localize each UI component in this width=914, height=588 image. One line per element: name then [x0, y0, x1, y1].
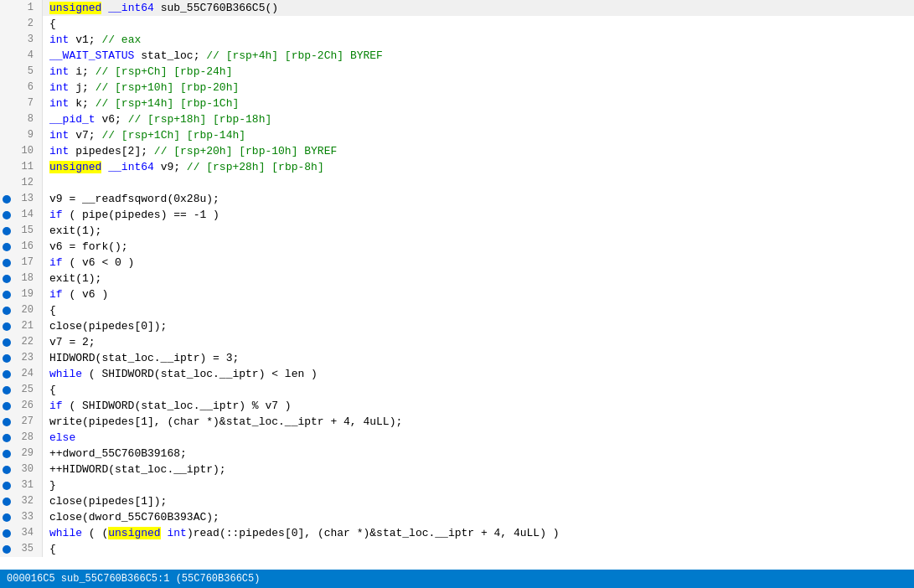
token-plain: pipedes[2];	[69, 145, 153, 157]
line-gutter: 16	[0, 239, 43, 255]
line-content: int j; // [rsp+10h] [rbp-20h]	[43, 80, 914, 95]
line-number: 5	[13, 64, 37, 80]
breakpoint-indicator[interactable]	[0, 243, 13, 251]
line: 4 __WAIT_STATUS stat_loc; // [rsp+4h] [r…	[0, 48, 914, 64]
token-plain: v9;	[154, 161, 187, 173]
line: 29 ++dword_55C760B39168;	[0, 446, 914, 462]
breakpoint-dot	[3, 307, 11, 315]
breakpoint-indicator[interactable]	[0, 259, 13, 267]
line: 21 close(pipedes[0]);	[0, 318, 914, 334]
line: 24 while ( SHIDWORD(stat_loc.__iptr) < l…	[0, 366, 914, 382]
breakpoint-indicator[interactable]	[0, 482, 13, 490]
token-highlight-yellow: unsigned	[108, 527, 160, 539]
line-content: int i; // [rsp+Ch] [rbp-24h]	[43, 64, 914, 80]
breakpoint-dot	[3, 195, 11, 204]
line: 16 v6 = fork();	[0, 239, 914, 255]
breakpoint-indicator[interactable]	[0, 195, 13, 204]
token-kw: int	[49, 145, 69, 157]
token-plain: }	[49, 479, 56, 492]
token-plain: ( (	[82, 527, 108, 539]
token-plain: ( v6 < 0 )	[63, 256, 135, 269]
breakpoint-indicator[interactable]	[0, 402, 13, 410]
code-editor: 1unsigned __int64 sub_55C760B366C5()2{3 …	[0, 0, 914, 588]
line: 2{	[0, 16, 914, 32]
breakpoint-indicator[interactable]	[0, 227, 13, 235]
breakpoint-indicator[interactable]	[0, 450, 13, 458]
line-number: 21	[13, 318, 37, 334]
token-kw: if	[49, 209, 63, 221]
line-number: 32	[13, 493, 37, 509]
line-content: {	[43, 382, 914, 398]
line-number: 28	[13, 430, 37, 446]
line-number: 23	[13, 350, 37, 366]
line-content: close(dword_55C760B393AC);	[43, 509, 914, 525]
token-plain: ++dword_55C760B39168;	[49, 447, 187, 460]
breakpoint-indicator[interactable]	[0, 354, 13, 363]
line-number: 3	[13, 32, 37, 48]
line-number: 17	[13, 255, 37, 271]
breakpoint-dot	[3, 529, 11, 538]
line: 33 close(dword_55C760B393AC);	[0, 509, 914, 525]
line-gutter: 33	[0, 509, 43, 525]
breakpoint-indicator[interactable]	[0, 370, 13, 379]
line: 25 {	[0, 382, 914, 398]
breakpoint-indicator[interactable]	[0, 322, 13, 331]
line-content: write(pipedes[1], (char *)&stat_loc.__ip…	[43, 414, 914, 430]
breakpoint-indicator[interactable]	[0, 434, 13, 442]
breakpoint-indicator[interactable]	[0, 307, 13, 315]
line-gutter: 10	[0, 143, 43, 159]
token-kw: if	[49, 288, 63, 301]
line: 1unsigned __int64 sub_55C760B366C5()	[0, 0, 914, 16]
line-content: v7 = 2;	[43, 334, 914, 350]
line: 11 unsigned __int64 v9; // [rsp+28h] [rb…	[0, 159, 914, 175]
line: 19 if ( v6 )	[0, 286, 914, 302]
token-kw: if	[49, 400, 63, 412]
line-gutter: 18	[0, 271, 43, 286]
breakpoint-indicator[interactable]	[0, 545, 13, 554]
line-gutter: 13	[0, 191, 43, 207]
breakpoint-indicator[interactable]	[0, 275, 13, 283]
breakpoint-dot	[3, 402, 11, 410]
line-number: 11	[13, 159, 37, 175]
status-text: 000016C5 sub_55C760B366C5:1 (55C760B366C…	[7, 573, 260, 585]
line-gutter: 6	[0, 80, 43, 95]
breakpoint-indicator[interactable]	[0, 386, 13, 395]
line: 34 while ( (unsigned int)read(::pipedes[…	[0, 525, 914, 541]
token-kw: else	[49, 431, 75, 444]
line-content: exit(1);	[43, 223, 914, 239]
line-gutter: 31	[0, 477, 43, 493]
line-content: v6 = fork();	[43, 239, 914, 255]
line-gutter: 11	[0, 159, 43, 175]
line-content: while ( (unsigned int)read(::pipedes[0],…	[43, 525, 914, 541]
breakpoint-indicator[interactable]	[0, 466, 13, 474]
line: 10 int pipedes[2]; // [rsp+20h] [rbp-10h…	[0, 143, 914, 159]
line-number: 35	[13, 541, 37, 557]
line-number: 14	[13, 207, 37, 223]
token-plain: sub_55C760B366C5()	[154, 2, 278, 14]
line-number: 33	[13, 509, 37, 525]
breakpoint-dot	[3, 386, 11, 395]
breakpoint-dot	[3, 243, 11, 251]
breakpoint-indicator[interactable]	[0, 513, 13, 522]
breakpoint-indicator[interactable]	[0, 498, 13, 506]
breakpoint-indicator[interactable]	[0, 529, 13, 538]
token-plain: {	[49, 304, 56, 317]
token-plain: ++HIDWORD(stat_loc.__iptr);	[49, 463, 226, 476]
line: 22 v7 = 2;	[0, 334, 914, 350]
token-kw: int	[49, 129, 69, 142]
line-number: 1	[13, 0, 37, 16]
line-number: 30	[13, 462, 37, 477]
line-number: 20	[13, 302, 37, 318]
breakpoint-indicator[interactable]	[0, 291, 13, 299]
line-gutter: 17	[0, 255, 43, 271]
line-number: 15	[13, 223, 37, 239]
line-number: 25	[13, 382, 37, 398]
breakpoint-indicator[interactable]	[0, 211, 13, 219]
line-number: 27	[13, 414, 37, 430]
line-number: 29	[13, 446, 37, 462]
line-content: close(pipedes[1]);	[43, 493, 914, 509]
breakpoint-indicator[interactable]	[0, 338, 13, 347]
breakpoint-indicator[interactable]	[0, 418, 13, 426]
token-plain: v6;	[96, 113, 128, 126]
code-lines[interactable]: 1unsigned __int64 sub_55C760B366C5()2{3 …	[0, 0, 914, 570]
